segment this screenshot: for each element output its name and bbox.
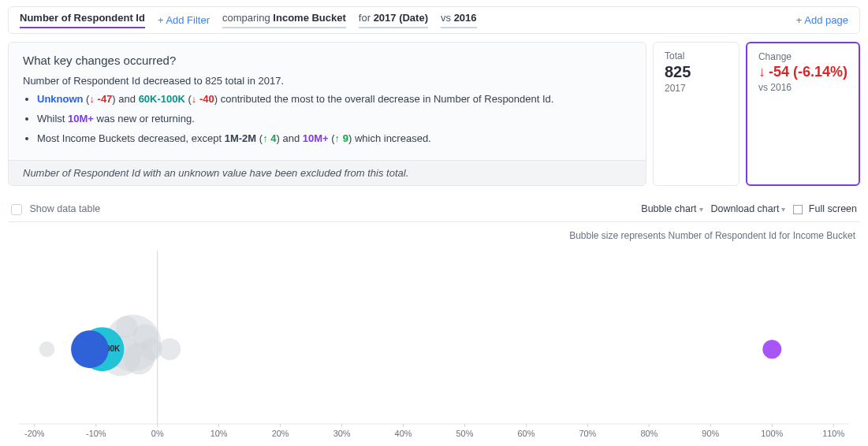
summary-footer: Number of Respondent Id with an unknown … [9,160,646,185]
fullscreen-icon [793,205,803,214]
svg-text:40%: 40% [395,429,412,438]
bubble-Unknown[interactable] [71,330,109,368]
bullet1-unknown: Unknown [37,93,84,105]
bullet2-tenm: 10M+ [68,113,94,125]
svg-text:-20%: -20% [24,429,45,438]
stat-change-value: ↓-54 (-6.14%) [758,64,848,80]
chart-type-select[interactable]: Bubble chart▾ [641,203,702,214]
svg-text:50%: 50% [456,429,474,438]
stat-total-sub: 2017 [665,83,728,94]
svg-text:100%: 100% [761,429,783,438]
download-chart-select[interactable]: Download chart▾ [711,203,786,214]
word-vs: vs [441,12,451,24]
bullet1-range: 60K-100K [139,93,185,105]
stat-cards: Total 825 2017 Change ↓-54 (-6.14%) vs 2… [653,42,860,186]
baseline-value: 2016 [454,12,477,24]
bullet1-range-delta: ↓ -40 [192,93,214,105]
stat-change-sub: vs 2016 [758,82,848,93]
add-page-link[interactable]: + Add page [796,14,848,26]
summary-lead: Number of Respondent Id decreased to 825… [23,75,631,87]
bullet3-a: 1M-2M [225,132,256,144]
bubble-Other-g[interactable] [158,338,181,360]
filter-period[interactable]: for 2017 (Date) [359,12,428,28]
svg-text:0%: 0% [151,429,164,438]
svg-text:10%: 10% [210,429,228,438]
show-data-table-toggle[interactable]: Show data table [11,203,100,215]
bullet1-unknown-delta: ↓ -47 [89,93,112,105]
summary-bullet-1: Unknown (↓ -47) and 60K-100K (↓ -40) con… [37,93,631,105]
summary-card: What key changes occurred? Number of Res… [8,42,646,186]
svg-text:60%: 60% [517,429,535,438]
word-comparing: comparing [222,12,270,24]
stat-total-value: 825 [665,63,728,81]
stat-total[interactable]: Total 825 2017 [653,42,739,186]
summary-heading: What key changes occurred? [23,54,631,67]
bubble-Other-h[interactable] [116,316,138,338]
svg-text:90%: 90% [702,429,719,438]
svg-text:70%: 70% [579,429,596,438]
stat-change-label: Change [758,51,848,62]
chart-note: Bubble size represents Number of Respond… [13,230,855,241]
summary-bullet-3: Most Income Buckets decreased, except 1M… [37,132,631,144]
bullet3-b-delta: ↑ 9 [335,132,348,144]
svg-text:20%: 20% [272,429,289,438]
bubble-Other-a[interactable] [39,341,54,357]
svg-text:110%: 110% [822,429,844,438]
compare-dimension: Income Bucket [273,12,345,24]
svg-text:30%: 30% [333,429,351,438]
svg-text:-10%: -10% [86,429,106,438]
svg-text:80%: 80% [640,429,658,438]
filter-metric[interactable]: Number of Respondent Id [20,12,145,28]
filter-bar: Number of Respondent Id + Add Filter com… [8,6,860,34]
filter-baseline[interactable]: vs 2016 [441,12,477,28]
fullscreen-button[interactable]: Full screen [793,203,857,214]
stat-total-label: Total [665,50,728,61]
bullet3-b: 10M+ [303,132,329,144]
word-for: for [359,12,371,24]
stat-change[interactable]: Change ↓-54 (-6.14%) vs 2016 [746,42,860,186]
chevron-down-icon: ▾ [699,205,703,214]
checkbox-icon[interactable] [11,204,22,215]
bubble-10M+[interactable] [762,340,781,359]
filter-compare[interactable]: comparing Income Bucket [222,12,346,28]
chevron-down-icon: ▾ [781,205,785,214]
bullet3-a-delta: ↑ 4 [263,132,276,144]
bubble-chart[interactable]: -20%-10%0%10%20%30%40%50%60%70%80%90%100… [11,243,857,446]
summary-bullet-2: Whilst 10M+ was new or returning. [37,113,631,125]
add-filter-link[interactable]: + Add Filter [158,14,210,26]
period-value: 2017 (Date) [374,12,428,24]
chart-header: Show data table Bubble chart▾ Download c… [8,199,860,222]
